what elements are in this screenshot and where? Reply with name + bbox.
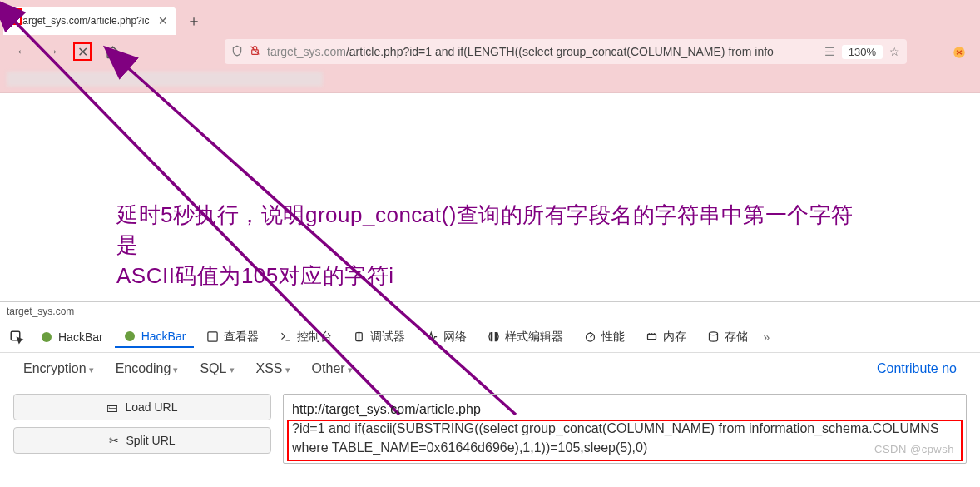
- perf-icon: [583, 330, 596, 344]
- split-url-button[interactable]: ✂ Split URL: [13, 427, 271, 454]
- svg-point-6: [42, 332, 52, 342]
- svg-rect-12: [647, 334, 656, 339]
- browser-tab[interactable]: target_sys.com/article.php?ic ✕: [3, 7, 176, 35]
- hackbar-icon: [123, 330, 136, 343]
- home-button[interactable]: [103, 42, 121, 61]
- menu-other[interactable]: Other: [312, 361, 353, 376]
- svg-rect-8: [208, 332, 217, 341]
- url-text: target_sys.com/article.php?id=1 and if(L…: [267, 45, 818, 58]
- annotation-text: 延时5秒执行，说明group_concat()查询的所有字段名的字符串中第一个字…: [116, 200, 865, 291]
- memory-icon: [645, 330, 658, 344]
- svg-point-7: [125, 331, 135, 341]
- page-content: 延时5秒执行，说明group_concat()查询的所有字段名的字符串中第一个字…: [0, 93, 980, 301]
- address-bar[interactable]: target_sys.com/article.php?id=1 and if(L…: [225, 39, 907, 64]
- reader-icon[interactable]: ☰: [824, 45, 835, 58]
- annotation-line1: 延时5秒执行，说明group_concat()查询的所有字段名的字符串中第一个字…: [116, 200, 865, 261]
- url-line1: http://target_sys.com/article.php: [292, 400, 958, 419]
- extension-icon[interactable]: [950, 43, 968, 62]
- hackbar-buttons-col: 🖴 Load URL ✂ Split URL: [13, 394, 271, 464]
- tab-inspector[interactable]: 查看器: [197, 326, 267, 348]
- hackbar-url-input[interactable]: http://target_sys.com/article.php ?id=1 …: [283, 394, 967, 464]
- load-icon: 🖴: [106, 400, 118, 414]
- tab-debugger[interactable]: 调试器: [344, 326, 413, 348]
- debugger-icon: [352, 330, 365, 344]
- devtools-context[interactable]: target_sys.com: [0, 302, 980, 321]
- menu-xss[interactable]: XSS: [256, 361, 290, 376]
- close-tab-button[interactable]: ✕: [158, 14, 168, 27]
- loading-indicator-box: [5, 8, 22, 25]
- tracking-shield-icon[interactable]: [231, 45, 243, 59]
- tab-hackbar-2[interactable]: HackBar: [115, 326, 195, 348]
- hackbar-menu: Encryption Encoding SQL XSS Other Contri…: [0, 353, 980, 385]
- tab-performance[interactable]: 性能: [575, 326, 633, 348]
- forward-button[interactable]: →: [43, 42, 62, 61]
- network-icon: [425, 330, 438, 344]
- menu-sql[interactable]: SQL: [200, 361, 234, 376]
- toolbar-row: ← → ✕ target_sys.com/article.php?id=1 an…: [0, 35, 980, 68]
- back-button[interactable]: ←: [13, 42, 32, 61]
- console-icon: [279, 330, 292, 344]
- hackbar-icon: [40, 330, 53, 344]
- tab-storage[interactable]: 存储: [698, 326, 756, 348]
- tab-memory[interactable]: 内存: [636, 326, 695, 348]
- inspector-icon: [205, 330, 219, 344]
- split-icon: ✂: [109, 434, 119, 447]
- devtools-more-icon[interactable]: »: [763, 330, 770, 344]
- style-icon: [487, 330, 500, 344]
- new-tab-button[interactable]: ＋: [181, 8, 206, 33]
- tab-title: target_sys.com/article.php?ic: [20, 15, 149, 27]
- zoom-level[interactable]: 130%: [842, 45, 883, 59]
- bookmark-star-icon[interactable]: ☆: [889, 45, 900, 58]
- contribute-link[interactable]: Contribute no: [877, 361, 957, 376]
- browser-chrome: target_sys.com/article.php?ic ✕ ＋ ← → ✕ …: [0, 0, 980, 93]
- element-picker-icon[interactable]: [5, 330, 28, 345]
- hackbar-body: 🖴 Load URL ✂ Split URL http://target_sys…: [0, 385, 980, 472]
- stop-reload-button[interactable]: ✕: [73, 42, 92, 61]
- blurred-toolbar: [7, 72, 323, 87]
- svg-point-13: [709, 332, 717, 335]
- devtools-tabs: HackBar HackBar 查看器 控制台 调试器 网络 样式编辑器 性能: [0, 321, 980, 353]
- menu-encoding[interactable]: Encoding: [116, 361, 179, 376]
- url-line2: ?id=1 and if(ascii(SUBSTRING((select gro…: [292, 419, 958, 457]
- tab-network[interactable]: 网络: [417, 326, 475, 348]
- insecure-lock-icon[interactable]: [250, 45, 260, 58]
- storage-icon: [706, 330, 720, 344]
- devtools-panel: target_sys.com HackBar HackBar 查看器 控制台 调…: [0, 301, 980, 472]
- tab-hackbar-1[interactable]: HackBar: [32, 327, 111, 347]
- annotation-line2: ASCII码值为105对应的字符i: [116, 261, 865, 291]
- tabs-row: target_sys.com/article.php?ic ✕ ＋: [0, 0, 980, 35]
- tab-console[interactable]: 控制台: [270, 326, 340, 348]
- load-url-button[interactable]: 🖴 Load URL: [13, 394, 271, 420]
- menu-encryption[interactable]: Encryption: [23, 361, 94, 376]
- tab-style-editor[interactable]: 样式编辑器: [478, 326, 572, 348]
- watermark: CSDN @cpwsh: [874, 442, 954, 458]
